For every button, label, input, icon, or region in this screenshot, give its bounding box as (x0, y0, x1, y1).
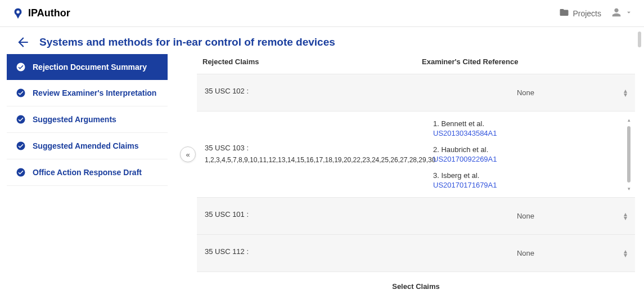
claims-list: 1,2,3,4,5,7,8,9,10,11,12,13,14,15,16,17,… (205, 155, 408, 165)
check-icon (16, 167, 26, 177)
sidebar-item-amended-claims[interactable]: Suggested Amended Claims (7, 133, 168, 159)
chevron-down-icon (625, 8, 633, 19)
svg-point-0 (17, 63, 25, 72)
th-cited-reference: Examiner's Cited Reference (422, 57, 629, 66)
inner-scrollbar[interactable]: ▴ ▾ (626, 117, 632, 191)
scroll-down-icon: ▾ (628, 186, 631, 191)
sidebar-item-response-draft[interactable]: Office Action Response Draft (7, 159, 168, 186)
reference-none: None (517, 249, 534, 257)
scroll-thumb (627, 126, 631, 182)
sidebar-item-label: Office Action Response Draft (33, 168, 142, 177)
table-header: Rejected Claims Examiner's Cited Referen… (197, 54, 635, 74)
cell-statute: 35 USC 101 : (197, 198, 416, 234)
cell-reference: None ▴▾ (416, 74, 635, 111)
sidebar: Rejection Document Summary Review Examin… (0, 54, 174, 292)
sidebar-item-label: Rejection Document Summary (33, 63, 147, 72)
topbar-right: Projects (559, 6, 633, 21)
cell-reference: None ▴▾ (416, 198, 635, 234)
sort-icon[interactable]: ▴▾ (624, 212, 627, 220)
sidebar-item-suggested-arguments[interactable]: Suggested Arguments (7, 106, 168, 133)
sidebar-item-label: Review Examiner's Interpretation (33, 88, 156, 97)
main-panel: Rejected Claims Examiner's Cited Referen… (174, 54, 644, 292)
reference-link[interactable]: US20130343584A1 (433, 129, 610, 137)
statute-label: 35 USC 101 : (205, 210, 408, 219)
reference-item: 1. Bennett et al. US20130343584A1 (433, 119, 610, 137)
reference-name: 3. Isberg et al. (433, 171, 479, 180)
cell-statute: 35 USC 102 : (197, 74, 416, 111)
check-icon (16, 62, 26, 72)
statute-label: 35 USC 103 : (205, 144, 408, 152)
sort-icon[interactable]: ▴▾ (624, 89, 627, 97)
reference-item: 2. Haubrich et al. US20170092269A1 (433, 145, 610, 163)
reference-link[interactable]: US20170171679A1 (433, 181, 610, 189)
select-claims-heading: Select Claims (197, 271, 635, 292)
scroll-thumb (638, 32, 641, 47)
svg-point-1 (17, 89, 25, 97)
reference-link[interactable]: US20170092269A1 (433, 155, 610, 163)
cell-reference: None ▴▾ (416, 235, 635, 271)
scroll-up-icon: ▴ (628, 117, 631, 123)
title-bar: Systems and methods for in-ear control o… (0, 27, 644, 54)
sidebar-item-review-interpretation[interactable]: Review Examiner's Interpretation (7, 80, 168, 106)
svg-point-4 (17, 168, 25, 177)
reference-none: None (517, 88, 534, 97)
reference-list: 1. Bennett et al. US20130343584A1 2. Hau… (433, 119, 627, 189)
table-row: 35 USC 102 : None ▴▾ (197, 74, 635, 111)
reference-name: 1. Bennett et al. (433, 119, 484, 128)
projects-label: Projects (573, 9, 601, 18)
table-row: 35 USC 101 : None ▴▾ (197, 197, 635, 234)
logo-icon (11, 7, 25, 20)
sidebar-item-rejection-summary[interactable]: Rejection Document Summary (7, 54, 168, 80)
statute-label: 35 USC 112 : (205, 247, 408, 256)
table-row: 35 USC 103 : 1,2,3,4,5,7,8,9,10,11,12,13… (197, 111, 635, 197)
page-scrollbar[interactable] (637, 27, 642, 292)
topbar: IPAuthor Projects (0, 0, 644, 27)
sidebar-item-label: Suggested Arguments (33, 115, 116, 124)
reference-name: 2. Haubrich et al. (433, 145, 488, 154)
svg-point-3 (17, 142, 25, 150)
user-icon (610, 6, 623, 21)
th-rejected-claims: Rejected Claims (202, 57, 422, 66)
cell-statute: 35 USC 112 : (197, 235, 416, 271)
table-row: 35 USC 112 : None ▴▾ (197, 234, 635, 271)
back-button[interactable] (16, 35, 30, 50)
check-icon (16, 141, 26, 151)
page-title: Systems and methods for in-ear control o… (39, 36, 335, 48)
logo[interactable]: IPAuthor (11, 7, 70, 20)
svg-point-2 (17, 115, 25, 124)
check-icon (16, 88, 26, 98)
content-area: Rejection Document Summary Review Examin… (0, 54, 644, 292)
check-icon (16, 114, 26, 124)
sidebar-item-label: Suggested Amended Claims (33, 141, 139, 150)
cell-statute: 35 USC 103 : 1,2,3,4,5,7,8,9,10,11,12,13… (197, 112, 416, 197)
logo-text: IPAuthor (28, 7, 70, 19)
cell-reference: 1. Bennett et al. US20130343584A1 2. Hau… (416, 112, 635, 197)
projects-link[interactable]: Projects (559, 7, 601, 19)
folder-icon (559, 7, 569, 19)
reference-item: 3. Isberg et al. US20170171679A1 (433, 171, 610, 189)
user-menu[interactable] (610, 6, 633, 21)
statute-label: 35 USC 102 : (205, 87, 408, 95)
reference-none: None (517, 212, 534, 220)
sort-icon[interactable]: ▴▾ (624, 250, 627, 257)
